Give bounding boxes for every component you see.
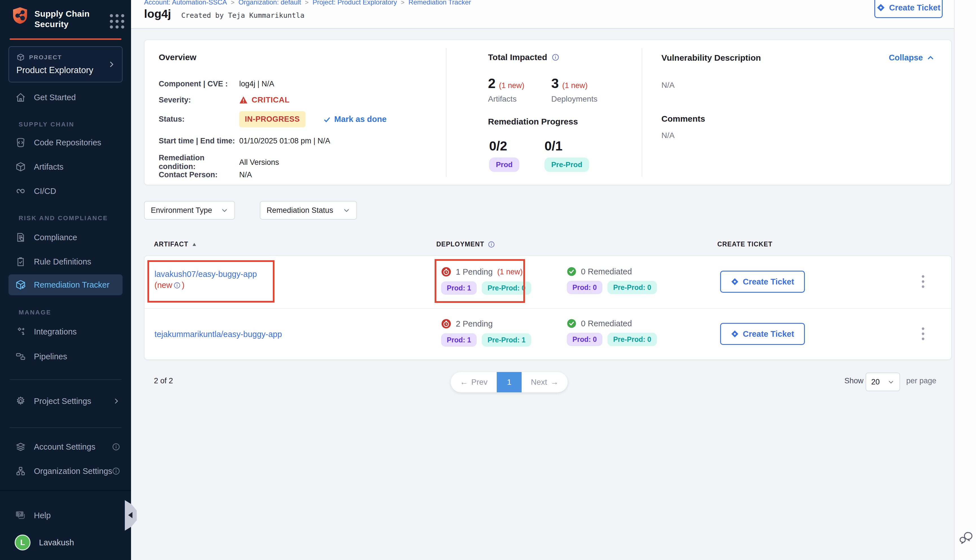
chevron-down-icon [221,207,228,214]
deployments-count: 3 [551,76,559,91]
sidebar-item-help[interactable]: ? Help [0,505,131,525]
remediated-count: 0 Remediated [581,319,632,328]
sidebar-item-compliance[interactable]: Compliance [0,228,131,247]
row-menu-kebab-icon[interactable] [919,325,927,343]
sidebar-item-artifacts[interactable]: Artifacts [0,157,131,177]
component-cve-label: Component | CVE : [159,80,239,88]
check-icon [323,115,331,123]
project-cube-icon [17,53,25,62]
column-header-artifact[interactable]: ARTIFACT [154,240,197,248]
gear-icon [15,395,27,407]
app-logo-shield-icon [12,7,28,24]
sidebar-item-get-started[interactable]: Get Started [0,88,131,107]
user-menu[interactable]: L Lavakush [0,533,131,552]
vulnerability-description-value: N/A [661,81,675,90]
total-impacted-title: Total Impacted [488,52,547,62]
remediation-status-filter[interactable]: Remediation Status [260,201,357,220]
severity-value: CRITICAL [239,95,290,105]
mark-as-done-link[interactable]: Mark as done [323,115,387,124]
pending-icon [441,319,451,329]
info-icon[interactable] [488,241,495,248]
sidebar-item-account-settings[interactable]: Account Settings [0,437,131,457]
section-header-risk-compliance: RISK AND COMPLIANCE [0,215,131,222]
sidebar-item-cicd[interactable]: CI/CD [0,181,131,201]
warning-triangle-icon [239,96,248,104]
sidebar-item-code-repositories[interactable]: Code Repositories [0,133,131,152]
comments-value: N/A [661,131,675,140]
page-size-select[interactable]: 20 [866,373,900,391]
breadcrumb-account[interactable]: Account: Automation-SSCA [144,0,227,6]
prod-count-pill: Prod: 1 [441,333,477,347]
prev-page-button[interactable]: ← Prev [451,372,497,392]
chevron-left-icon [128,512,132,518]
prod-progress-value: 0/2 [489,138,519,153]
sidebar-item-integrations[interactable]: Integrations [0,322,131,342]
support-chat-icon[interactable] [958,530,973,544]
page-header: Account: Automation-SSCA>Organization: d… [131,0,954,29]
per-page-label: per page [906,377,936,385]
contact-label: Contact Person: [159,170,239,179]
time-value: 01/10/2025 01:08 pm | N/A [239,137,330,145]
section-header-manage: MANAGE [0,309,131,316]
info-icon[interactable] [112,443,120,451]
environment-type-filter[interactable]: Environment Type [144,201,235,220]
breadcrumb-organization[interactable]: Organization: default [239,0,301,6]
compliance-doc-search-icon [15,232,27,243]
remediated-check-icon [567,267,576,276]
sidebar-divider [10,379,122,380]
remediated-check-icon [567,319,576,328]
artifacts-label: Artifacts [488,95,524,103]
sidebar-item-pipelines[interactable]: Pipelines [0,347,131,367]
code-repositories-icon [15,137,27,148]
home-icon [15,92,27,103]
remediation-tracker-icon [15,279,27,291]
rule-definitions-clipboard-icon [15,256,27,268]
next-page-button[interactable]: Next → [522,372,568,392]
artifact-link[interactable]: tejakummarikuntla/easy-buggy-app [155,328,282,341]
time-label: Start time | End time: [159,137,239,145]
severity-label: Severity: [159,96,239,105]
chevron-down-icon [343,207,350,214]
create-ticket-button-header[interactable]: Create Ticket [874,0,943,18]
preprod-count-pill: Pre-Prod: 1 [482,333,531,347]
deployments-new-count: (1 new) [562,81,588,90]
overview-title: Overview [159,52,196,62]
avatar: L [15,535,30,550]
page-1-button[interactable]: 1 [497,372,522,392]
user-name: Lavakush [39,538,74,547]
cicd-infinity-icon [15,185,27,197]
chevron-right-icon [108,60,115,68]
sidebar-item-remediation-tracker[interactable]: Remediation Tracker [8,274,123,295]
breadcrumb-project[interactable]: Project: Product Exploratory [313,0,397,6]
ticket-diamond-icon [877,3,885,12]
show-label: Show [844,377,864,385]
status-badge: IN-PROGRESS [239,111,305,127]
row-menu-kebab-icon[interactable] [919,272,927,291]
app-switcher-grid-icon[interactable] [110,14,124,28]
sidebar-item-project-settings[interactable]: Project Settings [0,391,131,411]
sidebar-item-rule-definitions[interactable]: Rule Definitions [0,252,131,272]
create-ticket-button-row[interactable]: Create Ticket [720,323,805,345]
sort-asc-icon [192,242,197,247]
comments-title: Comments [661,114,705,123]
breadcrumb-current[interactable]: Remediation Tracker [408,0,471,6]
collapse-toggle[interactable]: Collapse [889,53,934,62]
main-content: Account: Automation-SSCA>Organization: d… [131,0,976,560]
column-header-create-ticket: CREATE TICKET [717,240,772,248]
project-name: Product Exploratory [17,65,115,75]
pagination-summary: 2 of 2 [154,377,173,385]
preprod-count-pill: Pre-Prod: 0 [607,333,657,346]
project-selector[interactable]: PROJECT Product Exploratory [8,46,123,82]
card-divider [642,48,642,177]
prod-count-pill: Prod: 0 [567,281,602,294]
info-icon[interactable] [552,53,559,61]
sidebar-item-organization-settings[interactable]: Organization Settings [0,461,131,481]
right-gutter [954,0,976,560]
arrow-right-icon: → [551,378,558,387]
info-icon[interactable] [112,467,120,475]
chevron-down-icon [888,378,894,385]
section-header-supply-chain: SUPPLY CHAIN [0,121,131,128]
breadcrumb: Account: Automation-SSCA>Organization: d… [144,0,471,6]
app-title: Supply ChainSecurity [35,8,90,29]
create-ticket-button-row[interactable]: Create Ticket [720,271,805,293]
